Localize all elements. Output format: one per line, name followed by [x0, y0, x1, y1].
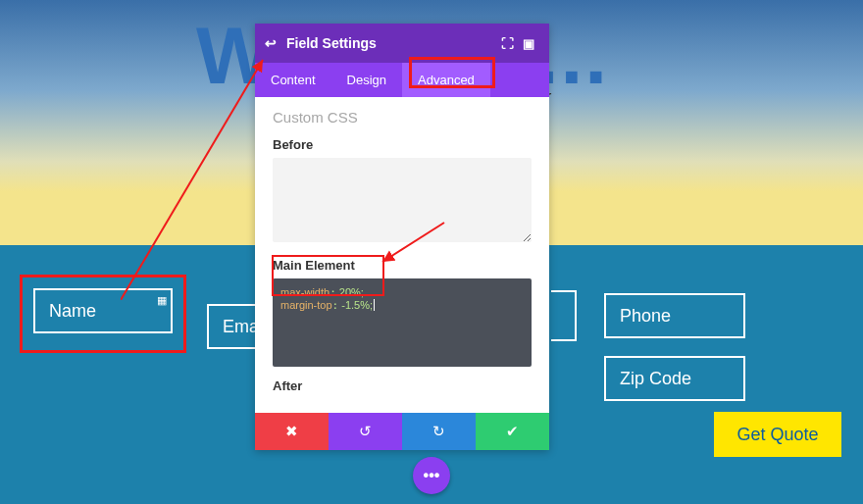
before-label: Before: [273, 137, 532, 152]
expand-icon[interactable]: ⛶: [496, 36, 518, 51]
annotation-box-name: [20, 275, 186, 353]
section-title: Custom CSS: [273, 109, 532, 126]
annotation-box-tab: [409, 57, 495, 88]
tab-content[interactable]: Content: [255, 63, 331, 97]
annotation-box-css: [272, 255, 384, 296]
modal-button-row: ✖ ↺ ↻ ✔: [255, 413, 549, 450]
tab-design[interactable]: Design: [331, 63, 402, 97]
zip-field[interactable]: Zip Code: [604, 356, 745, 401]
partial-field-border: [551, 290, 577, 341]
redo-icon: ↻: [432, 423, 445, 440]
cursor-icon: [374, 299, 375, 311]
check-icon: ✔: [506, 423, 519, 440]
get-quote-button[interactable]: Get Quote: [714, 412, 841, 457]
zip-field-label: Zip Code: [620, 369, 691, 389]
get-quote-label: Get Quote: [736, 425, 818, 445]
undo-button[interactable]: ↺: [329, 413, 402, 450]
dots-icon: •••: [424, 467, 440, 484]
css-val-2: -1.5%;: [338, 299, 373, 311]
save-button[interactable]: ✔: [476, 413, 549, 450]
phone-field[interactable]: Phone: [604, 293, 745, 338]
phone-field-label: Phone: [620, 306, 671, 327]
cancel-button[interactable]: ✖: [255, 413, 329, 450]
before-input[interactable]: [273, 158, 532, 242]
modal-title: Field Settings: [286, 35, 377, 51]
field-settings-modal: ↩ Field Settings ⛶ ▣ Content Design Adva…: [255, 24, 549, 450]
close-icon: ✖: [285, 423, 298, 440]
undo-icon: ↺: [359, 423, 372, 440]
css-prop-2: margin-top: [280, 299, 332, 311]
dock-icon[interactable]: ▣: [518, 36, 539, 51]
builder-fab-button[interactable]: •••: [413, 457, 450, 494]
back-icon[interactable]: ↩: [265, 35, 277, 51]
after-label: After: [273, 378, 532, 393]
redo-button[interactable]: ↻: [402, 413, 476, 450]
modal-tabs: Content Design Advanced: [255, 63, 549, 97]
modal-header: ↩ Field Settings ⛶ ▣: [255, 24, 549, 63]
